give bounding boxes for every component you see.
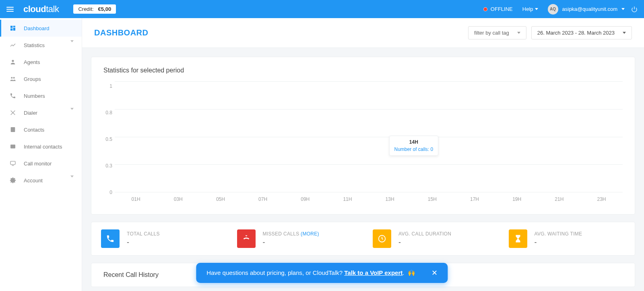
sidebar-item-dialer[interactable]: Dialer [0, 104, 82, 121]
svg-point-5 [11, 77, 12, 78]
sidebar-item-label: Groups [24, 76, 41, 82]
svg-rect-2 [13, 28, 15, 31]
user-email: asipka@qualityunit.com [562, 6, 617, 12]
stats-summary-row: TOTAL CALLS-MISSED CALLS (MORE)-AVG. CAL… [91, 222, 635, 256]
sidebar-item-statistics[interactable]: Statistics [0, 37, 82, 54]
help-menu[interactable]: Help [522, 6, 538, 12]
sidebar-item-label: Contacts [24, 127, 44, 133]
stat-value: - [127, 238, 160, 247]
sidebar-item-contacts[interactable]: Contacts [0, 121, 82, 138]
stat-cell: TOTAL CALLS- [91, 229, 227, 248]
stat-value: - [535, 238, 582, 247]
statistics-chart-card: Statistics for selected period 10.80.50.… [91, 57, 635, 215]
date-range-label: 26. March 2023 - 28. March 2023 [537, 30, 615, 36]
topbar: cloudtalk Credit: €5,00 OFFLINE Help AQ … [0, 0, 644, 18]
hamburger-icon[interactable] [6, 7, 14, 12]
stat-cell: MISSED CALLS (MORE)- [227, 229, 363, 248]
sidebar-item-dashboard[interactable]: Dashboard [0, 20, 82, 37]
credit-chip[interactable]: Credit: €5,00 [73, 4, 116, 14]
power-icon[interactable] [631, 6, 638, 12]
credit-label: Credit: [78, 6, 93, 12]
stat-value: - [263, 238, 319, 247]
stat-value: - [398, 238, 451, 247]
page-title: DASHBOARD [94, 28, 149, 37]
svg-point-4 [12, 60, 14, 62]
more-link[interactable]: (MORE) [301, 231, 319, 237]
user-menu[interactable]: AQ asipka@qualityunit.com [548, 4, 625, 14]
pricing-banner: Have questions about pricing, plans, or … [196, 263, 448, 283]
help-label: Help [522, 6, 533, 12]
stat-cell: AVG. WAITING TIME- [499, 229, 635, 248]
status-indicator[interactable]: OFFLINE [483, 6, 513, 12]
svg-rect-0 [10, 26, 12, 28]
sidebar: Dashboard Statistics Agents Groups Nu [0, 18, 82, 291]
chevron-down-icon [535, 8, 538, 10]
chart-y-axis: 10.80.50.30 [103, 81, 112, 192]
person-icon [9, 58, 17, 66]
chevron-down-icon [517, 32, 520, 34]
sidebar-item-call-monitor[interactable]: Call monitor [0, 155, 82, 172]
sidebar-item-label: Dialer [24, 110, 37, 116]
sidebar-item-label: Statistics [24, 42, 45, 48]
svg-rect-7 [11, 127, 15, 132]
sidebar-item-label: Agents [24, 59, 40, 65]
chevron-down-icon [70, 177, 74, 184]
sidebar-item-numbers[interactable]: Numbers [0, 87, 82, 104]
clock-icon [373, 229, 391, 248]
stat-label: MISSED CALLS (MORE) [263, 231, 319, 237]
stat-label: TOTAL CALLS [127, 231, 160, 237]
avatar: AQ [548, 4, 558, 14]
main-content: DASHBOARD filter by call tag 26. March 2… [82, 18, 644, 291]
trend-icon [9, 41, 17, 49]
stat-label: AVG. WAITING TIME [535, 231, 582, 237]
svg-point-6 [13, 77, 15, 78]
chevron-down-icon [70, 110, 74, 116]
svg-rect-1 [13, 26, 15, 27]
credit-value: €5,00 [98, 6, 111, 12]
date-range-select[interactable]: 26. March 2023 - 28. March 2023 [531, 26, 632, 39]
svg-rect-3 [10, 29, 12, 31]
stat-label: AVG. CALL DURATION [398, 231, 451, 237]
sidebar-item-account[interactable]: Account [0, 172, 82, 189]
chart-gridlines [115, 81, 623, 192]
sidebar-item-internal-contacts[interactable]: Internal contacts [0, 138, 82, 155]
sidebar-item-agents[interactable]: Agents [0, 54, 82, 70]
page-header: DASHBOARD filter by call tag 26. March 2… [82, 18, 644, 48]
sidebar-item-label: Dashboard [24, 25, 50, 31]
sidebar-item-label: Account [24, 177, 43, 184]
stat-cell: AVG. CALL DURATION- [363, 229, 499, 248]
sidebar-item-label: Internal contacts [24, 144, 62, 150]
chevron-down-icon [623, 32, 626, 34]
sidebar-item-label: Numbers [24, 93, 45, 99]
raised-hands-icon: 🙌 [408, 269, 415, 276]
tooltip-title: 14H [394, 139, 433, 145]
phone-icon [9, 92, 17, 99]
chart-tooltip: 14H Number of calls: 0 [389, 136, 439, 156]
sidebar-item-groups[interactable]: Groups [0, 70, 82, 87]
chart-card-title: Statistics for selected period [103, 67, 623, 74]
gear-icon [9, 177, 17, 184]
hourglass-icon [509, 229, 527, 248]
banner-text: Have questions about pricing, plans, or … [206, 269, 415, 277]
tooltip-value: Number of calls: 0 [394, 147, 433, 152]
status-label: OFFLINE [491, 6, 513, 12]
phone-icon [101, 229, 120, 248]
chevron-down-icon [621, 8, 625, 10]
sidebar-item-label: Call monitor [24, 161, 52, 167]
chevron-down-icon [70, 42, 74, 48]
missed-icon [237, 229, 256, 248]
people-icon [9, 75, 17, 83]
badge-icon [9, 143, 17, 150]
filter-placeholder: filter by call tag [474, 30, 509, 36]
status-dot-icon [483, 7, 487, 11]
chart-area[interactable]: 10.80.50.30 01H03H05H07H09H11H13H15H17H1… [103, 81, 623, 202]
chart-x-axis: 01H03H05H07H09H11H13H15H17H19H21H23H [115, 196, 623, 202]
brand-logo: cloudtalk [23, 4, 59, 14]
monitor-icon [9, 160, 17, 167]
filter-call-tag-select[interactable]: filter by call tag [468, 26, 526, 39]
svg-rect-8 [10, 144, 15, 148]
close-icon[interactable]: ✕ [431, 268, 438, 277]
contacts-icon [9, 126, 17, 133]
svg-rect-9 [10, 161, 15, 165]
banner-link[interactable]: Talk to a VoIP expert [344, 269, 402, 276]
